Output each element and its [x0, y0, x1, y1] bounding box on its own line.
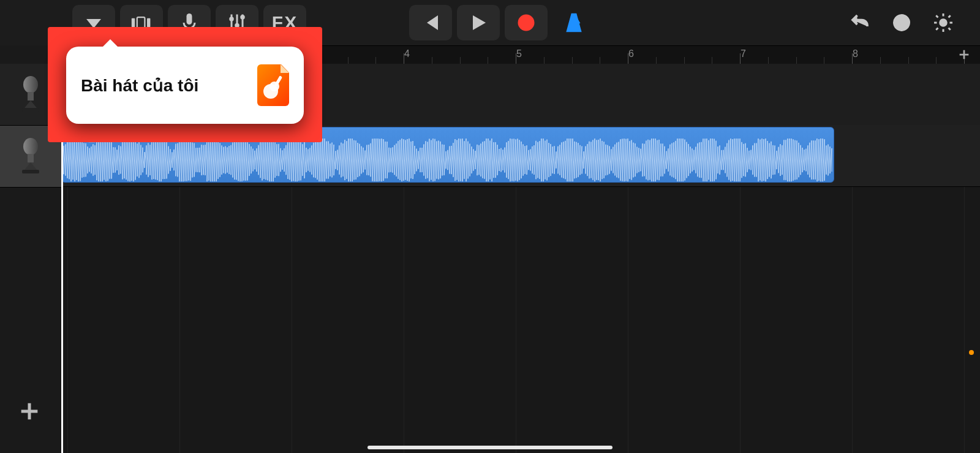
undo-button[interactable]: [842, 5, 878, 40]
add-track-button[interactable]: [12, 394, 47, 428]
svg-rect-3: [187, 13, 192, 25]
svg-point-9: [940, 20, 947, 26]
ruler-number: 5: [516, 48, 522, 59]
svg-point-7: [518, 15, 535, 31]
microphone-icon: [17, 76, 44, 113]
guitar-icon: [262, 74, 284, 100]
play-button[interactable]: [457, 5, 500, 40]
home-indicator: [368, 446, 612, 449]
my-songs-popover[interactable]: Bài hát của tôi: [66, 47, 304, 124]
svg-rect-11: [28, 92, 34, 101]
svg-point-10: [23, 76, 38, 93]
svg-rect-0: [132, 18, 135, 27]
svg-rect-14: [28, 154, 34, 162]
svg-point-6: [240, 15, 245, 20]
garageband-file-icon: [257, 64, 289, 106]
ruler-number: 6: [628, 48, 634, 59]
metronome-icon: [563, 12, 585, 34]
tutorial-highlight-box: Bài hát của tôi: [48, 27, 322, 142]
undo-icon: [849, 12, 871, 34]
loop-browser-icon: [891, 12, 913, 34]
settings-button[interactable]: [925, 5, 962, 40]
ruler-number: 7: [741, 48, 746, 59]
svg-point-4: [229, 17, 234, 21]
add-section-button[interactable]: [952, 45, 976, 64]
plus-icon: [957, 48, 971, 61]
waveform: [62, 139, 834, 181]
record-icon: [515, 12, 537, 34]
svg-point-13: [23, 138, 38, 155]
microphone-icon: [17, 138, 44, 175]
notification-dot: [969, 350, 974, 355]
play-icon: [467, 12, 489, 34]
transport-group: [409, 5, 595, 40]
record-button[interactable]: [505, 5, 548, 40]
popover-label: Bài hát của tôi: [81, 75, 257, 96]
svg-rect-15: [22, 170, 39, 173]
loop-browser-button[interactable]: [883, 5, 920, 40]
svg-rect-2: [147, 18, 150, 27]
settings-gear-icon: [932, 12, 954, 34]
rewind-icon: [420, 12, 442, 34]
plus-icon: [17, 399, 42, 424]
ruler-number: 8: [853, 48, 858, 59]
rewind-button[interactable]: [409, 5, 452, 40]
metronome-button[interactable]: [552, 5, 595, 40]
toolbar-right-group: [842, 5, 962, 40]
ruler-number: 4: [404, 48, 410, 59]
svg-rect-12: [22, 108, 39, 112]
